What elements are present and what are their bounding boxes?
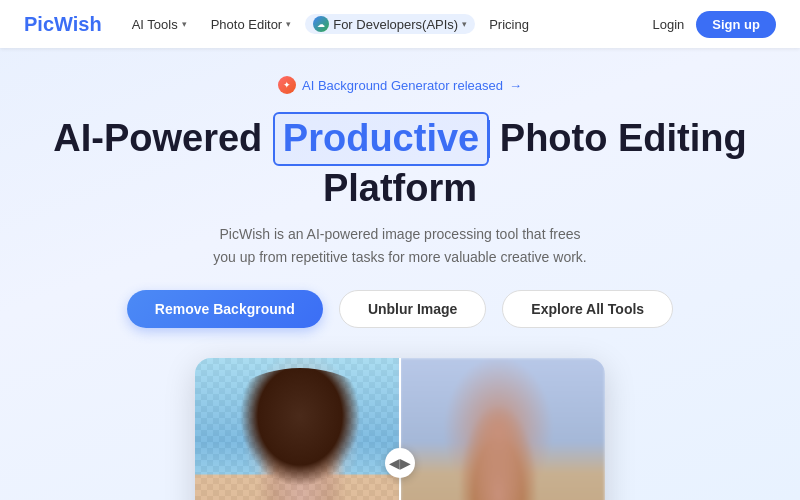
subtitle: PicWish is an AI-powered image processin… xyxy=(210,223,590,268)
navbar: PicWish AI Tools ▾ Photo Editor ▾ ☁ For … xyxy=(0,0,800,48)
chevron-down-icon: ▾ xyxy=(182,19,187,29)
nav-right: Login Sign up xyxy=(653,11,776,38)
nav-items: AI Tools ▾ Photo Editor ▾ ☁ For Develope… xyxy=(122,11,653,38)
chevron-down-icon: ▾ xyxy=(286,19,291,29)
unblur-image-button[interactable]: Unblur Image xyxy=(339,290,486,328)
logo[interactable]: PicWish xyxy=(24,13,102,36)
cloud-icon: ☁ xyxy=(313,16,329,32)
demo-image: ◀▶ HD Unblur xyxy=(195,358,605,500)
photo-editor-menu[interactable]: Photo Editor ▾ xyxy=(201,11,302,38)
chevron-down-icon: ▾ xyxy=(462,19,467,29)
ai-tools-menu[interactable]: AI Tools ▾ xyxy=(122,11,197,38)
headline-highlight: Productive xyxy=(273,112,489,166)
login-button[interactable]: Login xyxy=(653,17,685,32)
demo-right-panel xyxy=(400,358,605,500)
announcement-banner[interactable]: ✦ AI Background Generator released → xyxy=(278,76,522,94)
headline-start: AI-Powered xyxy=(53,117,273,159)
announcement-text: AI Background Generator released xyxy=(302,78,503,93)
developers-menu[interactable]: ☁ For Developers(APIs) ▾ xyxy=(305,14,475,34)
demo-left-panel xyxy=(195,358,400,500)
sparkle-icon: ✦ xyxy=(278,76,296,94)
announcement-arrow: → xyxy=(509,78,522,93)
remove-background-button[interactable]: Remove Background xyxy=(127,290,323,328)
signup-button[interactable]: Sign up xyxy=(696,11,776,38)
demo-handle[interactable]: ◀▶ xyxy=(385,448,415,478)
cta-buttons: Remove Background Unblur Image Explore A… xyxy=(127,290,673,328)
pricing-link[interactable]: Pricing xyxy=(479,11,539,38)
demo-divider xyxy=(399,358,401,500)
headline: AI-Powered Productive Photo Editing Plat… xyxy=(0,112,800,211)
handle-icon: ◀▶ xyxy=(389,455,411,471)
explore-tools-button[interactable]: Explore All Tools xyxy=(502,290,673,328)
hero-section: ✦ AI Background Generator released → AI-… xyxy=(0,48,800,500)
